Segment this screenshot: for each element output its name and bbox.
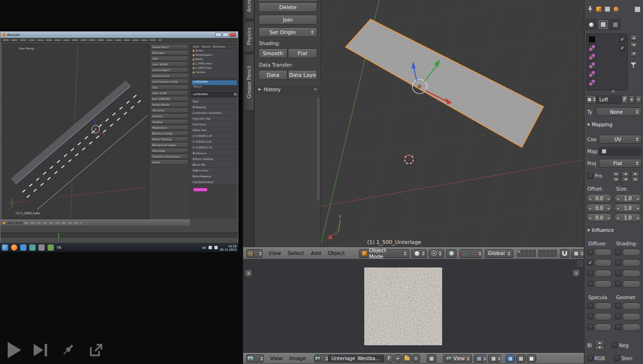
orientation-dropdown[interactable]: Global bbox=[485, 249, 513, 258]
scopes-dropdown[interactable] bbox=[474, 354, 486, 363]
editor-type-button[interactable] bbox=[247, 354, 264, 363]
app-icon-gray[interactable] bbox=[38, 244, 45, 251]
size-x-field[interactable]: ◄ 1.0 ► bbox=[614, 194, 642, 203]
slot-move-up-button[interactable] bbox=[630, 35, 638, 41]
influence-checkbox[interactable] bbox=[587, 314, 593, 319]
tab-material[interactable] bbox=[586, 19, 596, 30]
editor-type-button[interactable] bbox=[247, 249, 262, 258]
app-icon-blue[interactable] bbox=[20, 244, 26, 251]
increment-icon[interactable]: ► bbox=[637, 206, 639, 210]
tab-texture[interactable] bbox=[598, 19, 608, 30]
panel-grip-icon[interactable]: ≡ bbox=[611, 89, 615, 94]
axis-x-stepper[interactable] bbox=[612, 171, 620, 182]
influence-checkbox[interactable] bbox=[615, 314, 621, 319]
influence-checkbox[interactable] bbox=[615, 260, 621, 266]
influence-slider[interactable] bbox=[594, 280, 612, 288]
image-browse-dropdown[interactable] bbox=[314, 354, 329, 363]
unlink-image-button[interactable]: ✕ bbox=[412, 354, 420, 363]
decrement-icon[interactable]: ◄ bbox=[589, 197, 591, 200]
new-texture-button[interactable]: + bbox=[629, 95, 635, 104]
manipulator-toggle-button[interactable] bbox=[459, 249, 482, 258]
influence-checkbox[interactable] bbox=[587, 303, 593, 309]
texture-slot-row[interactable] bbox=[588, 78, 626, 87]
open-region-right-button[interactable]: + bbox=[572, 269, 580, 277]
join-button[interactable]: Join bbox=[259, 15, 317, 24]
list-item[interactable]: View bbox=[267, 355, 286, 362]
layers-widget[interactable] bbox=[517, 250, 557, 257]
influence-slider[interactable] bbox=[622, 270, 641, 277]
influence-slider[interactable] bbox=[622, 303, 641, 310]
decrement-icon[interactable]: ◄ bbox=[617, 197, 619, 200]
texture-name-field[interactable]: Loft bbox=[596, 95, 621, 104]
open-region-left-button[interactable]: + bbox=[245, 269, 252, 277]
delete-button[interactable]: Delete bbox=[259, 2, 317, 12]
projection-dropdown[interactable]: Flat bbox=[599, 159, 642, 168]
editor-mode-dropdown[interactable]: View bbox=[443, 354, 472, 363]
offset-x-field[interactable]: ◄ 0.0 ► bbox=[586, 194, 612, 203]
channel-color-button[interactable] bbox=[506, 354, 515, 363]
data-transfer-data-button[interactable]: Data bbox=[259, 70, 287, 80]
shade-smooth-button[interactable]: Smooth bbox=[259, 49, 287, 58]
influence-checkbox[interactable] bbox=[587, 249, 593, 255]
texture-type-dropdown[interactable]: None bbox=[596, 108, 642, 116]
display-dropdown[interactable] bbox=[488, 354, 501, 363]
pivot-align-button[interactable] bbox=[446, 249, 457, 258]
tab-grease-pencil[interactable]: Grease Pencil bbox=[244, 54, 254, 110]
history-panel-header[interactable]: ▶ History ≡ bbox=[255, 85, 321, 94]
tray-icon-1[interactable] bbox=[209, 246, 212, 249]
channel-color-alpha-button[interactable] bbox=[516, 354, 526, 363]
tab-particles[interactable] bbox=[610, 19, 620, 30]
coordinates-dropdown[interactable]: UV bbox=[599, 135, 642, 144]
influence-slider[interactable] bbox=[622, 324, 641, 331]
offset-z-field[interactable]: ◄ 0.0 ► bbox=[586, 213, 612, 222]
pivot-point-dropdown[interactable] bbox=[429, 249, 444, 258]
list-item[interactable]: View bbox=[265, 250, 284, 256]
image-name-field[interactable]: Unterlage_Westbah... bbox=[329, 354, 384, 363]
channel-alpha-button[interactable] bbox=[527, 354, 536, 363]
app-icon-green[interactable] bbox=[48, 244, 54, 251]
texture-slot-row[interactable]: ✓ bbox=[588, 44, 626, 52]
stencil-checkbox[interactable] bbox=[614, 355, 620, 361]
uv-map-field[interactable] bbox=[599, 147, 642, 156]
influence-section-header[interactable]: ▼ Influence bbox=[587, 228, 614, 233]
influence-slider[interactable] bbox=[622, 259, 641, 267]
corner-resize-grip[interactable] bbox=[577, 260, 583, 267]
snap-element-dropdown[interactable] bbox=[571, 249, 584, 258]
maximize-button[interactable] bbox=[223, 33, 229, 37]
viewport-3d[interactable]: y (1) 1_500_Unterlage bbox=[321, 0, 584, 247]
increment-icon[interactable]: ► bbox=[607, 197, 610, 200]
clock[interactable]: 19:18 05.11.2015 bbox=[220, 244, 236, 251]
unlink-texture-button[interactable]: ✕ bbox=[635, 95, 642, 104]
open-image-button[interactable] bbox=[403, 354, 411, 363]
increment-icon[interactable]: ► bbox=[637, 197, 639, 200]
language-indicator[interactable]: DE bbox=[202, 246, 206, 249]
tab-anim[interactable]: Anim bbox=[244, 0, 254, 19]
influence-slider[interactable] bbox=[594, 313, 612, 320]
influence-slider[interactable] bbox=[594, 249, 612, 256]
panel-grip-icon[interactable]: ≡ bbox=[313, 87, 317, 92]
axis-z-stepper[interactable] bbox=[631, 171, 639, 182]
size-z-field[interactable]: ◄ 1.0 ► bbox=[614, 213, 642, 222]
influence-slider[interactable] bbox=[594, 259, 612, 267]
set-origin-button[interactable]: Set Origin bbox=[259, 27, 317, 37]
filter-button[interactable] bbox=[631, 62, 636, 68]
app-icon-teal[interactable] bbox=[29, 244, 36, 251]
list-item[interactable]: Add bbox=[308, 250, 324, 256]
new-image-button[interactable]: + bbox=[394, 354, 402, 363]
axis-y-stepper[interactable] bbox=[621, 171, 630, 182]
browser-icon[interactable] bbox=[11, 244, 17, 251]
influence-checkbox[interactable] bbox=[615, 270, 621, 276]
influence-checkbox[interactable] bbox=[615, 281, 621, 287]
texture-browse-dropdown[interactable] bbox=[586, 95, 596, 104]
decrement-icon[interactable]: ◄ bbox=[617, 206, 619, 210]
viewport-shading-dropdown[interactable] bbox=[411, 249, 427, 258]
influence-slider[interactable] bbox=[594, 324, 612, 331]
mode-dropdown[interactable]: Object Mode bbox=[359, 249, 410, 258]
influence-checkbox[interactable]: ✓ bbox=[587, 260, 593, 266]
uv-image-editor[interactable]: + + bbox=[243, 259, 584, 353]
slot-specials-dropdown[interactable] bbox=[630, 51, 638, 57]
increment-icon[interactable]: ► bbox=[607, 216, 610, 219]
fake-user-button[interactable]: F bbox=[621, 95, 628, 104]
negative-checkbox[interactable] bbox=[612, 342, 618, 348]
texture-slot-row[interactable] bbox=[588, 61, 626, 70]
